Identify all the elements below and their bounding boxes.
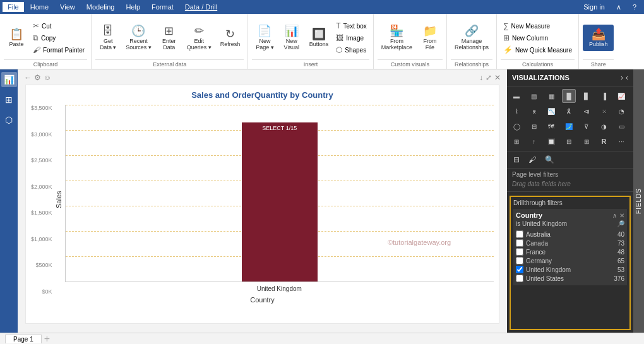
viz-expand-button[interactable]: ›: [621, 73, 623, 82]
viz-icon-area[interactable]: ⌇: [510, 104, 523, 118]
ribbon-custom-visuals: 🏪 FromMarketplace 📁 FromFile Custom visu…: [374, 14, 447, 69]
viz-icon-r-visual[interactable]: R: [597, 134, 611, 148]
watermark: ©tutorialgateway.org: [388, 239, 451, 246]
sign-in[interactable]: Sign in: [578, 2, 610, 12]
shapes-button[interactable]: ⬡ Shapes: [333, 44, 369, 56]
viz-icon-line-col[interactable]: 📉: [544, 104, 558, 118]
viz-icon-slicer[interactable]: 🔲: [544, 134, 558, 148]
from-marketplace-button[interactable]: 🏪 FromMarketplace: [378, 24, 416, 52]
chart-axes: SELECT 1/15 ©tutorialgateway.org: [65, 105, 494, 282]
nav-smiley-button[interactable]: ☺: [44, 73, 51, 82]
report-view-icon[interactable]: 📊: [1, 72, 17, 87]
publish-button[interactable]: 📤 Publish: [583, 25, 614, 51]
filter-item-checkbox[interactable]: [516, 275, 523, 282]
viz-icon-clustered-bar[interactable]: ▤: [527, 89, 541, 103]
viz-collapse-button[interactable]: ‹: [626, 73, 628, 82]
new-measure-button[interactable]: ∑ New Measure: [501, 20, 575, 32]
viz-icon-100col[interactable]: ▐: [597, 89, 611, 103]
filter-close-button[interactable]: ✕: [619, 212, 624, 219]
viz-icon-table[interactable]: ⊟: [562, 134, 576, 148]
chart-bar[interactable]: SELECT 1/15: [242, 122, 318, 282]
cut-button[interactable]: ✂ Cut: [30, 20, 87, 32]
filter-item-checkbox[interactable]: [516, 239, 523, 247]
image-button[interactable]: 🖼 Image: [333, 32, 369, 44]
viz-icon-100bar[interactable]: ▦: [544, 89, 558, 103]
filter-item-count: 40: [617, 231, 624, 238]
textbox-icon: T: [336, 21, 340, 30]
from-file-button[interactable]: 📁 FromFile: [417, 24, 443, 52]
filter-item-checkbox[interactable]: [516, 257, 523, 264]
viz-icon-funnel[interactable]: ⊽: [580, 119, 593, 133]
filter-collapse-button[interactable]: ∧: [612, 212, 617, 219]
viz-icon-kpi[interactable]: ↑: [527, 134, 541, 148]
page-tab[interactable]: Page 1: [5, 335, 42, 343]
viz-icon-waterfall[interactable]: ⧏: [580, 104, 593, 118]
custom-visuals-label: Custom visuals: [378, 59, 443, 69]
x-category-label: United Kingdom: [257, 285, 302, 292]
viz-tab-fields[interactable]: ⊟: [510, 154, 523, 165]
model-view-icon[interactable]: ⬡: [3, 112, 15, 128]
buttons-button[interactable]: 🔲 Buttons: [306, 27, 333, 49]
menu-home[interactable]: Home: [25, 2, 54, 12]
viz-icon-card[interactable]: ▭: [614, 119, 628, 133]
add-page-button[interactable]: +: [44, 333, 50, 345]
new-quick-measure-button[interactable]: ⚡ New Quick Measure: [501, 44, 575, 56]
recent-sources-icon: 🕒: [131, 25, 145, 37]
filter-item: United Kingdom53: [516, 265, 624, 274]
viz-icon-map[interactable]: 🗺: [544, 119, 558, 133]
viz-icon-ribbon[interactable]: 🎗: [562, 104, 576, 118]
viz-icon-column[interactable]: █: [562, 89, 576, 103]
filter-card-header: Country ∧ ✕: [516, 211, 624, 219]
format-painter-button[interactable]: 🖌 Format Painter: [30, 44, 87, 56]
menu-data-drill[interactable]: Data / Drill: [180, 2, 222, 12]
nav-settings-button[interactable]: ⚙: [34, 73, 41, 82]
ribbon-calculations: ∑ New Measure ⊞ New Column ⚡ New Quick M…: [497, 14, 579, 69]
viz-icon-more[interactable]: ···: [614, 134, 628, 148]
viz-icon-clustered-col[interactable]: ▊: [580, 89, 593, 103]
refresh-button[interactable]: ↻ Refresh: [217, 27, 244, 49]
new-visual-button[interactable]: 📊 NewVisual: [279, 24, 304, 52]
menu-view[interactable]: View: [55, 2, 80, 12]
viz-icon-donut[interactable]: ◯: [510, 119, 523, 133]
viz-icon-stacked-area[interactable]: ⌆: [527, 104, 541, 118]
menu-modeling[interactable]: Modeling: [81, 2, 120, 12]
menu-format[interactable]: Format: [146, 2, 179, 12]
filter-item-checkbox[interactable]: [516, 230, 523, 238]
copy-button[interactable]: ⧉ Copy: [30, 32, 87, 44]
viz-icon-pie[interactable]: ◔: [614, 104, 628, 118]
viz-icon-line[interactable]: 📈: [614, 89, 628, 103]
get-data-button[interactable]: 🗄 GetData ▾: [95, 24, 121, 52]
nav-close-button[interactable]: ✕: [494, 73, 501, 82]
help-icon[interactable]: ?: [628, 2, 641, 12]
nav-expand-button[interactable]: ⤢: [486, 73, 492, 82]
enter-data-button[interactable]: ⊞ EnterData: [157, 24, 182, 52]
fields-sidebar-tab[interactable]: FIELDS: [633, 69, 644, 333]
viz-icon-scatter[interactable]: ⁙: [597, 104, 611, 118]
viz-icon-filled-map[interactable]: 🗾: [562, 119, 576, 133]
manage-relationships-button[interactable]: 🔗 ManageRelationships: [451, 24, 492, 52]
paste-button[interactable]: 📋 Paste: [4, 27, 29, 49]
menu-file[interactable]: File: [3, 2, 24, 12]
viz-icon-matrix[interactable]: ⊞: [580, 134, 593, 148]
recent-sources-button[interactable]: 🕒 RecentSources ▾: [122, 24, 155, 52]
textbox-button[interactable]: T Text box: [333, 20, 369, 32]
nav-download-button[interactable]: ↓: [479, 73, 483, 82]
filter-item-checkbox[interactable]: [516, 248, 523, 256]
ribbon-insert: 📄 NewPage ▾ 📊 NewVisual 🔲 Buttons T Text…: [248, 14, 374, 69]
page-filters-drag-zone[interactable]: Drag data fields here: [512, 179, 628, 189]
viz-icon-stacked-bar[interactable]: ▬: [510, 89, 523, 103]
viz-icon-multirow-card[interactable]: ⊞: [510, 134, 523, 148]
menu-help[interactable]: Help: [121, 2, 145, 12]
edit-queries-button[interactable]: ✏ EditQueries ▾: [183, 24, 215, 52]
viz-tab-analytics[interactable]: 🔍: [541, 154, 558, 165]
viz-icon-treemap[interactable]: ⊟: [527, 119, 541, 133]
filter-item: Germany65: [516, 256, 624, 265]
data-view-icon[interactable]: ⊞: [3, 92, 15, 107]
filter-clear-icon[interactable]: 🔎: [617, 220, 624, 227]
viz-tab-format[interactable]: 🖌: [525, 154, 540, 165]
filter-item-checkbox[interactable]: [516, 266, 523, 273]
nav-back-button[interactable]: ←: [24, 73, 32, 82]
new-column-button[interactable]: ⊞ New Column: [501, 32, 575, 44]
viz-icon-gauge[interactable]: ◑: [597, 119, 611, 133]
new-page-button[interactable]: 📄 NewPage ▾: [252, 24, 278, 52]
